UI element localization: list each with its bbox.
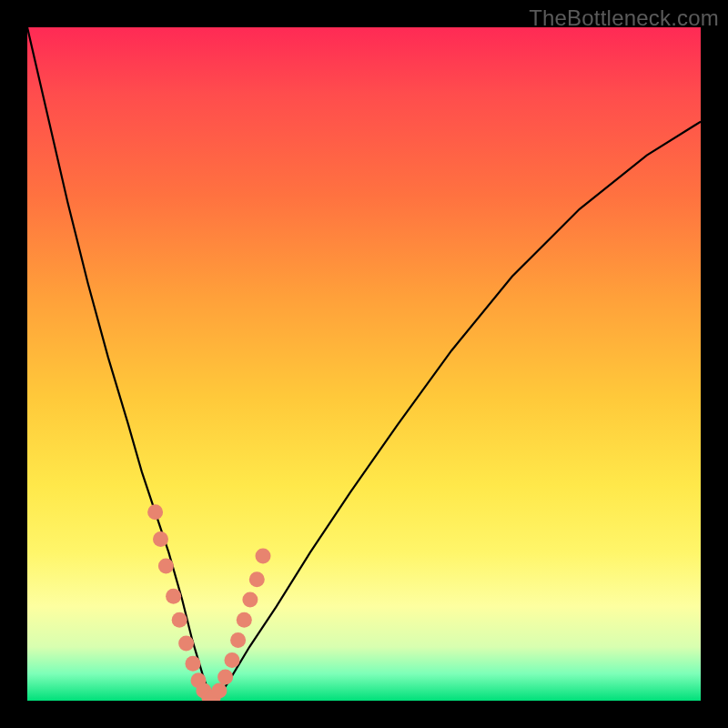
highlight-dot xyxy=(178,636,194,652)
curve-svg xyxy=(27,27,701,701)
chart-frame: TheBottleneck.com xyxy=(0,0,728,728)
highlight-dot xyxy=(242,592,258,608)
highlight-dot xyxy=(172,612,187,628)
bottleneck-curve xyxy=(27,27,701,701)
highlight-dot xyxy=(256,548,271,563)
highlight-dot xyxy=(147,504,163,520)
highlight-dot xyxy=(249,571,265,587)
highlight-dot xyxy=(225,652,240,668)
plot-area xyxy=(27,27,701,701)
highlight-dot xyxy=(217,670,233,685)
highlight-dot xyxy=(166,589,181,604)
highlight-dot xyxy=(237,612,252,628)
highlight-dot xyxy=(230,632,246,648)
highlight-dots xyxy=(147,504,270,701)
highlight-dot xyxy=(186,656,201,672)
highlight-dot xyxy=(211,682,227,698)
highlight-dot xyxy=(158,559,174,574)
highlight-dot xyxy=(153,531,168,547)
